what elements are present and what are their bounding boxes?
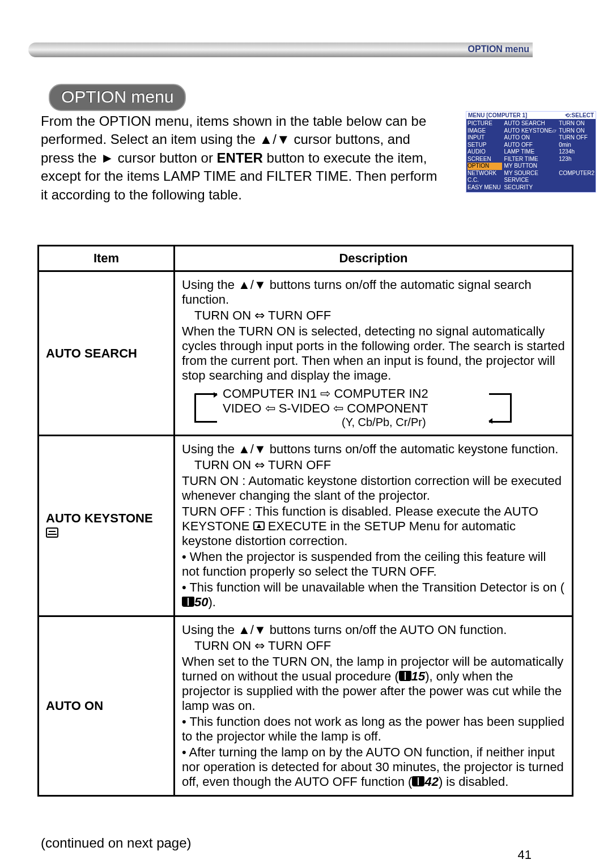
item-label: AUTO ON xyxy=(39,616,175,796)
osd-menu-preview: MENU [COMPUTER 1] ⟲:SELECT PICTUREIMAGEI… xyxy=(466,111,596,193)
option-table: Item Description AUTO SEARCH Using the ▲… xyxy=(37,245,573,797)
flow-sub-text: (Y, Cb/Pb, Cr/Pr) xyxy=(194,416,512,429)
header-bar xyxy=(28,42,533,57)
continued-text: (continued on next page) xyxy=(41,835,192,851)
keystone-icon xyxy=(46,527,58,538)
header-label: OPTION menu xyxy=(468,44,529,54)
table-row: AUTO KEYSTONE Using the ▲/▼ buttons turn… xyxy=(39,436,573,616)
desc-text: • This function does not work as long as… xyxy=(182,714,565,744)
osd-cat-item: PICTURE xyxy=(468,120,502,127)
osd-option-item: FILTER TIME xyxy=(504,156,557,163)
osd-value-item: 0min xyxy=(559,142,594,149)
th-desc: Description xyxy=(175,246,573,271)
osd-option-item: AUTO SEARCH xyxy=(504,120,557,127)
osd-option-item: AUTO OFF xyxy=(504,142,557,149)
bracket-left-icon xyxy=(194,393,217,423)
osd-menu-select: ⟲:SELECT xyxy=(565,112,594,118)
flow-top-text: COMPUTER IN1 ⇨ COMPUTER IN2 xyxy=(194,386,512,401)
osd-option-item: MY BUTTON xyxy=(504,163,557,170)
osd-option-item: AUTO ON xyxy=(504,134,557,142)
table-row: AUTO ON Using the ▲/▼ buttons turns on/o… xyxy=(39,616,573,796)
desc-text: • After turning the lamp on by the AUTO … xyxy=(182,745,565,789)
osd-value-item: TURN OFF xyxy=(559,134,594,142)
th-item: Item xyxy=(39,246,175,271)
osd-option-item: SERVICE xyxy=(504,177,557,184)
osd-option-item: SECURITY xyxy=(504,184,557,192)
book-ref-icon xyxy=(412,776,424,786)
bracket-right-icon xyxy=(489,393,512,423)
osd-cat-item: EASY MENU xyxy=(468,184,502,192)
desc-text: When the TURN ON is selected, detecting … xyxy=(182,324,565,383)
osd-value-item: 1234h xyxy=(559,148,594,156)
osd-value-item: TURN ON xyxy=(559,127,594,135)
item-label: AUTO KEYSTONE xyxy=(39,436,175,616)
desc-text: TURN OFF : This function is disabled. Pl… xyxy=(182,504,565,548)
osd-value-item xyxy=(559,163,594,170)
osd-option-item: LAMP TIME xyxy=(504,148,557,156)
desc-text: Using the ▲/▼ buttons turns on/off the a… xyxy=(182,278,565,307)
toggle-text: TURN ON ⇔ TURN OFF xyxy=(182,308,565,323)
osd-cat-item: AUDIO xyxy=(468,148,502,156)
page-number: 41 xyxy=(518,848,532,862)
osd-option-item: MY SOURCE xyxy=(504,170,557,177)
desc-text: When set to the TURN ON, the lamp in pro… xyxy=(182,654,565,713)
desc-text: Using the ▲/▼ buttons turns on/off the A… xyxy=(182,623,565,637)
input-cycle-diagram: COMPUTER IN1 ⇨ COMPUTER IN2 VIDEO ⇦ S-VI… xyxy=(194,386,512,429)
osd-cat-item: C.C. xyxy=(468,177,502,184)
toggle-text: TURN ON ⇔ TURN OFF xyxy=(182,458,565,473)
flow-bot-text: VIDEO ⇦ S-VIDEO ⇦ COMPONENT xyxy=(194,401,512,416)
toggle-text: TURN ON ⇔ TURN OFF xyxy=(182,639,565,653)
item-label: AUTO SEARCH xyxy=(39,271,175,436)
book-ref-icon xyxy=(399,671,411,681)
osd-value-item xyxy=(559,184,594,192)
desc-text: • When the projector is suspended from t… xyxy=(182,550,565,579)
osd-value-item: TURN ON xyxy=(559,120,594,127)
osd-cat-item: NETWORK xyxy=(468,170,502,177)
osd-value-item: COMPUTER2 xyxy=(559,170,594,177)
desc-text: • This function will be unavailable when… xyxy=(182,580,565,610)
osd-menu-title: MENU [COMPUTER 1] xyxy=(468,112,527,118)
desc-text: Using the ▲/▼ buttons turns on/off the a… xyxy=(182,442,565,457)
osd-value-item xyxy=(559,177,594,184)
osd-cat-item: SCREEN xyxy=(468,156,502,163)
osd-cat-item: INPUT xyxy=(468,134,502,142)
osd-value-item: 123h xyxy=(559,156,594,163)
book-ref-icon xyxy=(182,597,194,607)
keystone-execute-icon xyxy=(253,521,265,530)
osd-cat-item: OPTION xyxy=(468,163,502,170)
osd-cat-item: SETUP xyxy=(468,142,502,149)
table-row: AUTO SEARCH Using the ▲/▼ buttons turns … xyxy=(39,271,573,436)
osd-option-item: AUTO KEYSTONE▱ xyxy=(504,127,557,135)
osd-cat-item: IMAGE xyxy=(468,127,502,135)
desc-text: TURN ON : Automatic keystone distortion … xyxy=(182,474,565,503)
section-title-pill: OPTION menu xyxy=(49,84,186,111)
intro-paragraph: From the OPTION menu, items shown in the… xyxy=(41,112,437,204)
